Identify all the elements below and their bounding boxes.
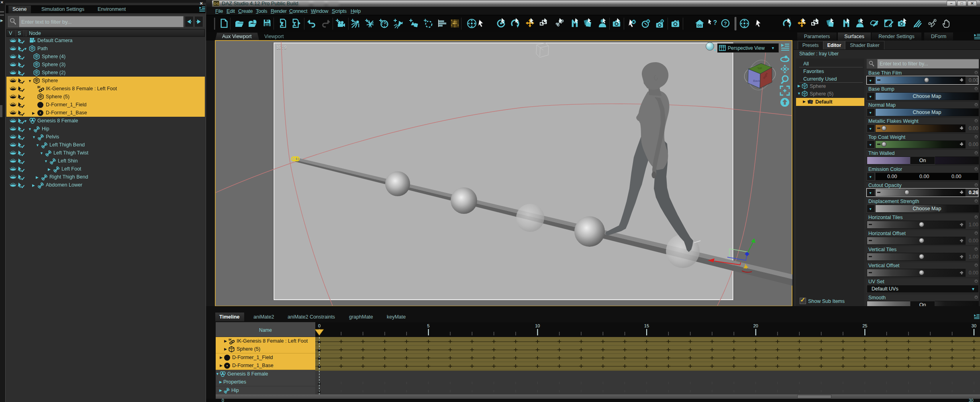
svg-text:5: 5 (427, 323, 430, 328)
svg-text:30: 30 (972, 323, 976, 328)
svg-text:25: 25 (862, 323, 867, 328)
svg-text:Back: Back (753, 79, 761, 83)
svg-text:0: 0 (318, 323, 321, 328)
svg-text:15: 15 (644, 323, 649, 328)
svg-text:10: 10 (535, 323, 540, 328)
svg-text:20: 20 (753, 323, 758, 328)
